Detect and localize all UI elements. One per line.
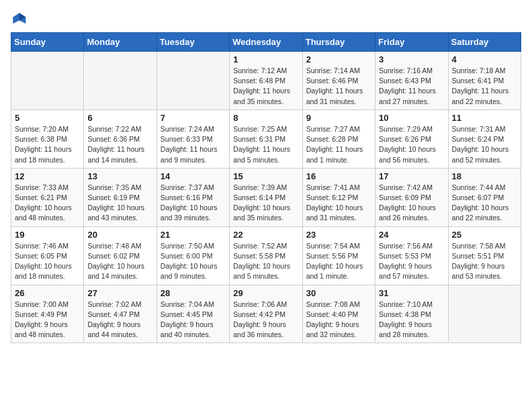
day-number: 26 <box>15 288 80 298</box>
weekday-header-sunday: Sunday <box>11 33 84 52</box>
day-info: Sunrise: 7:58 AMSunset: 5:51 PMDaylight:… <box>452 241 517 282</box>
day-number: 28 <box>161 288 226 298</box>
day-info: Sunrise: 7:24 AMSunset: 6:33 PMDaylight:… <box>161 124 226 165</box>
calendar-cell: 3Sunrise: 7:16 AMSunset: 6:43 PMDaylight… <box>375 52 448 110</box>
calendar-cell <box>84 52 157 110</box>
calendar-cell: 25Sunrise: 7:58 AMSunset: 5:51 PMDayligh… <box>448 226 521 285</box>
day-info: Sunrise: 7:10 AMSunset: 4:38 PMDaylight:… <box>379 300 444 340</box>
calendar-cell <box>157 52 229 110</box>
page-header <box>11 11 521 27</box>
day-info: Sunrise: 7:12 AMSunset: 6:48 PMDaylight:… <box>233 66 298 107</box>
day-number: 8 <box>233 113 298 123</box>
calendar-week-1: 1Sunrise: 7:12 AMSunset: 6:48 PMDaylight… <box>11 52 521 110</box>
calendar-cell: 2Sunrise: 7:14 AMSunset: 6:46 PMDaylight… <box>302 52 375 110</box>
calendar-cell: 6Sunrise: 7:22 AMSunset: 6:36 PMDaylight… <box>84 109 157 168</box>
calendar-cell: 24Sunrise: 7:56 AMSunset: 5:53 PMDayligh… <box>375 226 448 285</box>
day-number: 29 <box>233 288 298 298</box>
weekday-header-thursday: Thursday <box>302 33 375 52</box>
calendar-cell: 7Sunrise: 7:24 AMSunset: 6:33 PMDaylight… <box>157 109 229 168</box>
weekday-header-row: SundayMondayTuesdayWednesdayThursdayFrid… <box>11 33 521 52</box>
day-info: Sunrise: 7:37 AMSunset: 6:16 PMDaylight:… <box>161 183 226 224</box>
calendar-cell: 12Sunrise: 7:33 AMSunset: 6:21 PMDayligh… <box>11 168 84 226</box>
calendar-cell: 5Sunrise: 7:20 AMSunset: 6:38 PMDaylight… <box>11 109 84 168</box>
day-info: Sunrise: 7:39 AMSunset: 6:14 PMDaylight:… <box>233 183 298 224</box>
day-info: Sunrise: 7:31 AMSunset: 6:24 PMDaylight:… <box>452 124 517 165</box>
day-number: 3 <box>379 54 444 64</box>
day-number: 10 <box>379 113 444 123</box>
day-number: 11 <box>452 113 517 123</box>
calendar-body: 1Sunrise: 7:12 AMSunset: 6:48 PMDaylight… <box>11 52 521 343</box>
calendar-cell: 4Sunrise: 7:18 AMSunset: 6:41 PMDaylight… <box>448 52 521 110</box>
day-number: 22 <box>233 230 298 240</box>
calendar-cell: 15Sunrise: 7:39 AMSunset: 6:14 PMDayligh… <box>230 168 302 226</box>
day-number: 2 <box>306 54 371 64</box>
day-number: 6 <box>87 113 152 123</box>
logo <box>11 11 30 27</box>
weekday-header-monday: Monday <box>84 33 157 52</box>
day-info: Sunrise: 7:04 AMSunset: 4:45 PMDaylight:… <box>161 300 226 340</box>
calendar-cell: 26Sunrise: 7:00 AMSunset: 4:49 PMDayligh… <box>11 285 84 343</box>
day-info: Sunrise: 7:08 AMSunset: 4:40 PMDaylight:… <box>306 300 371 340</box>
calendar-cell: 8Sunrise: 7:25 AMSunset: 6:31 PMDaylight… <box>230 109 302 168</box>
calendar-cell: 11Sunrise: 7:31 AMSunset: 6:24 PMDayligh… <box>448 109 521 168</box>
day-info: Sunrise: 7:56 AMSunset: 5:53 PMDaylight:… <box>379 241 444 282</box>
day-number: 31 <box>379 288 444 298</box>
day-info: Sunrise: 7:14 AMSunset: 6:46 PMDaylight:… <box>306 66 371 107</box>
day-number: 23 <box>306 230 371 240</box>
calendar-cell: 30Sunrise: 7:08 AMSunset: 4:40 PMDayligh… <box>302 285 375 343</box>
calendar-week-2: 5Sunrise: 7:20 AMSunset: 6:38 PMDaylight… <box>11 109 521 168</box>
calendar-cell: 28Sunrise: 7:04 AMSunset: 4:45 PMDayligh… <box>157 285 229 343</box>
day-info: Sunrise: 7:22 AMSunset: 6:36 PMDaylight:… <box>87 124 152 165</box>
calendar-cell: 21Sunrise: 7:50 AMSunset: 6:00 PMDayligh… <box>157 226 229 285</box>
day-info: Sunrise: 7:20 AMSunset: 6:38 PMDaylight:… <box>15 124 80 165</box>
day-info: Sunrise: 7:42 AMSunset: 6:09 PMDaylight:… <box>379 183 444 224</box>
calendar-cell <box>448 285 521 343</box>
day-number: 19 <box>15 230 80 240</box>
day-info: Sunrise: 7:35 AMSunset: 6:19 PMDaylight:… <box>87 183 152 224</box>
calendar-cell: 31Sunrise: 7:10 AMSunset: 4:38 PMDayligh… <box>375 285 448 343</box>
day-info: Sunrise: 7:16 AMSunset: 6:43 PMDaylight:… <box>379 66 444 107</box>
day-number: 7 <box>161 113 226 123</box>
calendar-cell: 22Sunrise: 7:52 AMSunset: 5:58 PMDayligh… <box>230 226 302 285</box>
calendar-cell: 23Sunrise: 7:54 AMSunset: 5:56 PMDayligh… <box>302 226 375 285</box>
day-info: Sunrise: 7:52 AMSunset: 5:58 PMDaylight:… <box>233 241 298 282</box>
day-number: 17 <box>379 171 444 181</box>
calendar-cell: 13Sunrise: 7:35 AMSunset: 6:19 PMDayligh… <box>84 168 157 226</box>
calendar-cell: 1Sunrise: 7:12 AMSunset: 6:48 PMDaylight… <box>230 52 302 110</box>
day-number: 30 <box>306 288 371 298</box>
calendar-cell: 10Sunrise: 7:29 AMSunset: 6:26 PMDayligh… <box>375 109 448 168</box>
calendar-cell: 20Sunrise: 7:48 AMSunset: 6:02 PMDayligh… <box>84 226 157 285</box>
day-number: 24 <box>379 230 444 240</box>
day-number: 4 <box>452 54 517 64</box>
day-info: Sunrise: 7:25 AMSunset: 6:31 PMDaylight:… <box>233 124 298 165</box>
calendar-cell: 19Sunrise: 7:46 AMSunset: 6:05 PMDayligh… <box>11 226 84 285</box>
day-info: Sunrise: 7:02 AMSunset: 4:47 PMDaylight:… <box>87 300 152 340</box>
day-info: Sunrise: 7:27 AMSunset: 6:28 PMDaylight:… <box>306 124 371 165</box>
day-number: 21 <box>161 230 226 240</box>
logo-icon <box>11 11 27 27</box>
calendar-table: SundayMondayTuesdayWednesdayThursdayFrid… <box>11 32 521 343</box>
calendar-cell <box>11 52 84 110</box>
day-info: Sunrise: 7:48 AMSunset: 6:02 PMDaylight:… <box>87 241 152 282</box>
weekday-header-saturday: Saturday <box>448 33 521 52</box>
day-info: Sunrise: 7:41 AMSunset: 6:12 PMDaylight:… <box>306 183 371 224</box>
day-number: 18 <box>452 171 517 181</box>
calendar-header: SundayMondayTuesdayWednesdayThursdayFrid… <box>11 33 521 52</box>
day-info: Sunrise: 7:44 AMSunset: 6:07 PMDaylight:… <box>452 183 517 224</box>
weekday-header-tuesday: Tuesday <box>157 33 229 52</box>
day-number: 27 <box>87 288 152 298</box>
day-number: 13 <box>87 171 152 181</box>
day-info: Sunrise: 7:29 AMSunset: 6:26 PMDaylight:… <box>379 124 444 165</box>
calendar-cell: 27Sunrise: 7:02 AMSunset: 4:47 PMDayligh… <box>84 285 157 343</box>
calendar-cell: 17Sunrise: 7:42 AMSunset: 6:09 PMDayligh… <box>375 168 448 226</box>
day-info: Sunrise: 7:00 AMSunset: 4:49 PMDaylight:… <box>15 300 80 340</box>
day-number: 14 <box>161 171 226 181</box>
day-info: Sunrise: 7:06 AMSunset: 4:42 PMDaylight:… <box>233 300 298 340</box>
calendar-cell: 9Sunrise: 7:27 AMSunset: 6:28 PMDaylight… <box>302 109 375 168</box>
day-number: 20 <box>87 230 152 240</box>
day-number: 15 <box>233 171 298 181</box>
calendar-cell: 16Sunrise: 7:41 AMSunset: 6:12 PMDayligh… <box>302 168 375 226</box>
day-info: Sunrise: 7:46 AMSunset: 6:05 PMDaylight:… <box>15 241 80 282</box>
calendar-cell: 18Sunrise: 7:44 AMSunset: 6:07 PMDayligh… <box>448 168 521 226</box>
day-number: 9 <box>306 113 371 123</box>
